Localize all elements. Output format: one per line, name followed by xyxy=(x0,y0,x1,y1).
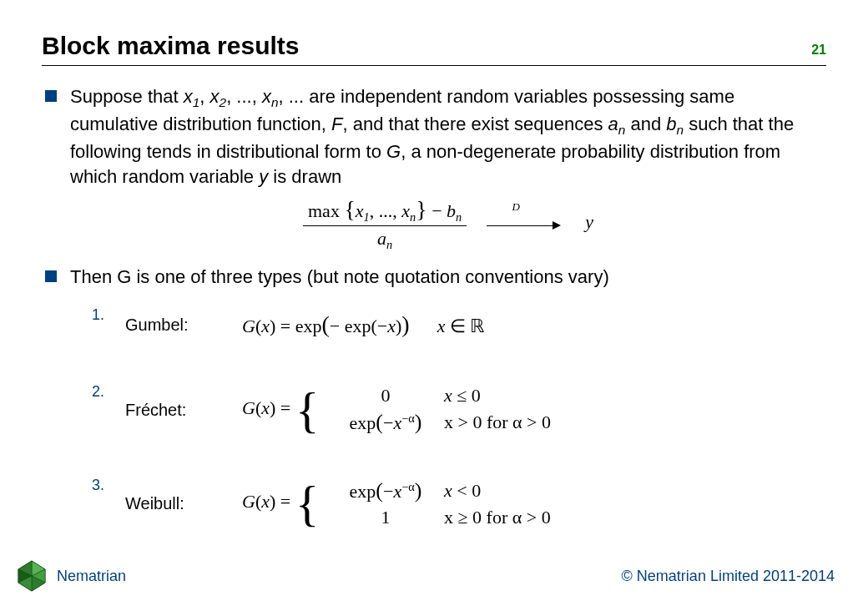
var-xn: xn xyxy=(262,86,279,107)
text: is drawn xyxy=(268,166,341,187)
bullet-1: Suppose that x1, x2, ..., xn, ... are in… xyxy=(42,84,826,251)
copyright: © Nematrian Limited 2011-2014 xyxy=(622,568,835,585)
var-an: an xyxy=(608,114,626,134)
page-title: Block maxima results xyxy=(42,32,299,60)
bullet-2: Then G is one of three types (but note q… xyxy=(42,265,826,290)
text: , and that there exist sequences xyxy=(343,114,608,134)
type-gumbel: Gumbel: G(x) = exp(− exp(−x)) x ∈ ℝ xyxy=(92,305,826,345)
var-y: y xyxy=(259,166,268,187)
weibull-label: Weibull: xyxy=(125,494,242,513)
max-operator: max xyxy=(308,200,340,221)
page-number: 21 xyxy=(811,43,826,58)
var-y-rhs: y xyxy=(585,211,593,232)
var-bn: bn xyxy=(666,114,684,134)
fraction: max {x1, ..., xn} − bn an xyxy=(303,196,467,252)
slide: Block maxima results 21 Suppose that x1,… xyxy=(0,0,868,601)
footer: Nematrian © Nematrian Limited 2011-2014 xyxy=(0,559,868,593)
frechet-label: Fréchet: xyxy=(125,401,242,420)
brand-text: Nematrian xyxy=(57,568,126,585)
logo-icon xyxy=(15,559,48,593)
var-x1: x1 xyxy=(184,86,200,107)
text: and xyxy=(625,114,666,134)
gumbel-formula: G(x) = exp(− exp(−x)) x ∈ ℝ xyxy=(242,311,484,338)
var-G: G xyxy=(386,141,401,162)
var-F: F xyxy=(331,114,342,134)
gumbel-label: Gumbel: xyxy=(125,316,242,335)
weibull-formula: G(x) = { exp(−x−α) x < 0 1 x ≥ 0 for α >… xyxy=(242,475,551,532)
var-x2: x2 xyxy=(210,86,227,107)
bullet-list: Suppose that x1, x2, ..., xn, ... are in… xyxy=(42,84,826,290)
convergence-formula: max {x1, ..., xn} − bn an D y xyxy=(70,196,826,252)
title-row: Block maxima results 21 xyxy=(42,32,826,66)
type-weibull: Weibull: G(x) = { exp(−x−α) x < 0 1 x ≥ … xyxy=(92,475,826,532)
text: Suppose that xyxy=(70,86,184,107)
types-list: Gumbel: G(x) = exp(− exp(−x)) x ∈ ℝ Fréc… xyxy=(92,305,826,532)
frechet-formula: G(x) = { 0 x ≤ 0 exp(−x−α) x > 0 for α >… xyxy=(242,381,551,438)
arrow-distribution: D xyxy=(487,211,561,236)
type-frechet: Fréchet: G(x) = { 0 x ≤ 0 exp(−x−α) x > … xyxy=(92,381,826,438)
footer-brand: Nematrian xyxy=(15,559,126,593)
